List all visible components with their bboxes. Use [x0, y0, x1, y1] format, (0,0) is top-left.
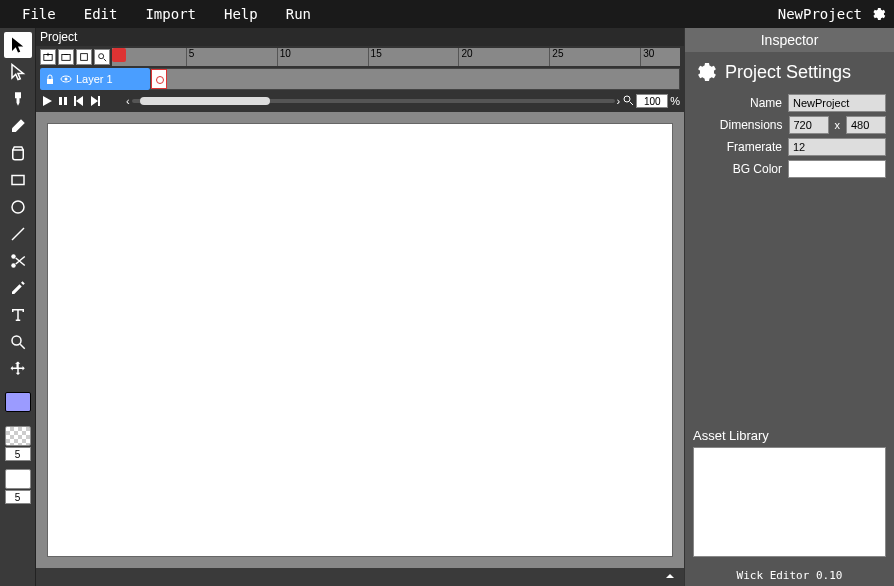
add-layer-button[interactable] — [40, 49, 56, 65]
layer-name: Layer 1 — [76, 73, 113, 85]
stroke-width-2[interactable]: 5 — [5, 490, 31, 504]
dim-x: x — [835, 119, 841, 131]
timeline-panel: 5 10 15 20 25 30 Layer 1 — [36, 46, 684, 112]
canvas[interactable] — [48, 124, 672, 556]
pause-button[interactable] — [56, 94, 70, 108]
ruler-tick: 25 — [549, 48, 563, 66]
collapse-icon[interactable] — [664, 568, 676, 586]
layer-label[interactable]: Layer 1 — [40, 68, 150, 90]
prev-frame-button[interactable] — [72, 94, 86, 108]
framerate-label: Framerate — [727, 140, 782, 154]
eye-icon — [60, 73, 72, 85]
stroke-color-swatch[interactable] — [5, 426, 31, 446]
timeline-ruler[interactable]: 5 10 15 20 25 30 — [112, 48, 680, 66]
play-button[interactable] — [40, 94, 54, 108]
zoom-icon[interactable] — [622, 94, 634, 108]
fill-color-swatch[interactable] — [5, 392, 31, 412]
svg-rect-16 — [64, 97, 67, 105]
svg-line-2 — [12, 228, 24, 240]
svg-point-5 — [12, 336, 21, 345]
svg-line-6 — [20, 344, 25, 349]
layer-search-button[interactable] — [94, 49, 110, 65]
rectangle-tool[interactable] — [4, 167, 32, 193]
svg-point-10 — [99, 54, 104, 59]
scissors-tool[interactable] — [4, 248, 32, 274]
svg-point-4 — [11, 263, 16, 268]
asset-library-box[interactable] — [693, 447, 886, 557]
zoom-tool[interactable] — [4, 329, 32, 355]
svg-point-14 — [65, 78, 68, 81]
width-input[interactable] — [789, 116, 829, 134]
scroll-left-icon[interactable]: ‹ — [126, 95, 130, 107]
ruler-tick: 15 — [368, 48, 382, 66]
bgcolor-label: BG Color — [733, 162, 782, 176]
project-name-input[interactable] — [788, 94, 886, 112]
scroll-right-icon[interactable]: › — [617, 95, 621, 107]
brush-tool[interactable] — [4, 86, 32, 112]
framerate-input[interactable] — [788, 138, 886, 156]
canvas-footer — [36, 568, 684, 586]
eraser-tool[interactable] — [4, 113, 32, 139]
svg-line-18 — [630, 102, 633, 105]
menu-run[interactable]: Run — [272, 6, 325, 22]
svg-point-3 — [11, 254, 16, 259]
next-frame-button[interactable] — [88, 94, 102, 108]
gear-icon — [693, 60, 717, 84]
bg-swatch[interactable] — [5, 469, 31, 489]
inspector-title: Project Settings — [685, 52, 894, 92]
ruler-tick: 10 — [277, 48, 291, 66]
svg-point-17 — [624, 96, 630, 102]
pan-tool[interactable] — [4, 356, 32, 382]
svg-rect-15 — [59, 97, 62, 105]
playhead-icon[interactable] — [112, 48, 126, 62]
toolbox: 5 5 — [0, 28, 36, 586]
fill-tool[interactable] — [4, 140, 32, 166]
line-tool[interactable] — [4, 221, 32, 247]
svg-rect-0 — [12, 176, 24, 185]
menu-import[interactable]: Import — [131, 6, 210, 22]
menu-bar: File Edit Import Help Run NewProject — [0, 0, 894, 28]
ruler-tick: 20 — [458, 48, 472, 66]
ellipse-tool[interactable] — [4, 194, 32, 220]
ruler-tick: 30 — [640, 48, 654, 66]
canvas-area — [36, 112, 684, 568]
timeline-scrollbar[interactable] — [132, 95, 615, 107]
inspector-header: Inspector — [685, 28, 894, 52]
eyedropper-tool[interactable] — [4, 275, 32, 301]
menu-help[interactable]: Help — [210, 6, 272, 22]
height-input[interactable] — [846, 116, 886, 134]
menu-edit[interactable]: Edit — [70, 6, 132, 22]
zoom-suffix: % — [670, 95, 680, 107]
project-name-display: NewProject — [778, 6, 870, 22]
timeline-title: Project — [36, 28, 684, 46]
asset-library-label: Asset Library — [693, 424, 886, 447]
lock-icon — [44, 73, 56, 85]
layer-props-button[interactable] — [76, 49, 92, 65]
selection-tool[interactable] — [4, 59, 32, 85]
text-tool[interactable] — [4, 302, 32, 328]
svg-line-11 — [104, 59, 107, 62]
svg-rect-8 — [62, 55, 70, 61]
frames-strip[interactable] — [150, 68, 680, 90]
svg-rect-12 — [47, 79, 53, 84]
svg-rect-9 — [81, 54, 88, 61]
zoom-input[interactable] — [636, 94, 668, 108]
keyframe[interactable] — [151, 69, 167, 89]
ruler-tick: 5 — [186, 48, 195, 66]
bgcolor-input[interactable] — [788, 160, 886, 178]
dimensions-label: Dimensions — [720, 118, 783, 132]
stroke-width-1[interactable]: 5 — [5, 447, 31, 461]
cursor-tool[interactable] — [4, 32, 32, 58]
name-label: Name — [750, 96, 782, 110]
delete-layer-button[interactable] — [58, 49, 74, 65]
inspector-panel: Inspector Project Settings Name Dimensio… — [684, 28, 894, 586]
version-text: Wick Editor 0.10 — [685, 565, 894, 586]
settings-gear-icon[interactable] — [870, 6, 886, 22]
svg-point-1 — [12, 201, 24, 213]
menu-file[interactable]: File — [8, 6, 70, 22]
